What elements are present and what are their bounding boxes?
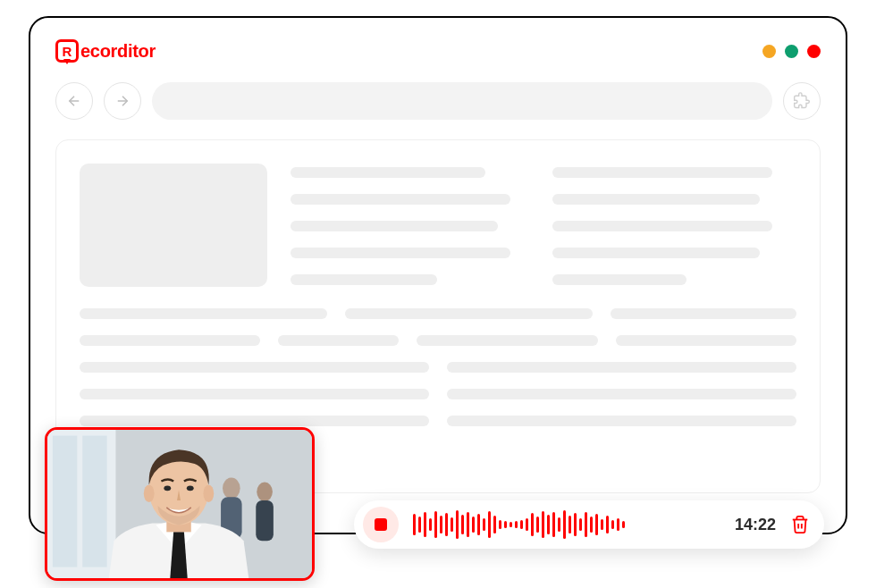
- text-placeholder: [291, 248, 510, 258]
- logo-text: ecorditor: [80, 41, 156, 62]
- webcam-overlay[interactable]: [45, 427, 315, 581]
- text-placeholder: [447, 389, 796, 399]
- text-placeholder: [552, 194, 760, 205]
- forward-button[interactable]: [104, 82, 141, 120]
- text-placeholder: [80, 362, 429, 373]
- close-button[interactable]: [807, 45, 821, 58]
- arrow-right-icon: [114, 93, 131, 109]
- recording-bar: 14:22: [354, 500, 824, 549]
- browser-toolbar: [55, 82, 821, 120]
- window-controls: [762, 45, 821, 58]
- svg-point-14: [164, 485, 171, 491]
- puzzle-icon: [793, 92, 811, 110]
- svg-rect-5: [82, 436, 106, 567]
- back-button[interactable]: [55, 82, 93, 120]
- text-placeholder: [291, 274, 437, 285]
- svg-point-15: [187, 485, 194, 491]
- stop-recording-button[interactable]: [363, 507, 399, 542]
- text-placeholder: [80, 416, 429, 426]
- text-placeholder: [611, 308, 796, 319]
- address-bar[interactable]: [152, 82, 772, 120]
- logo-letter: R: [63, 45, 72, 58]
- svg-rect-9: [256, 500, 274, 541]
- text-placeholder: [80, 335, 260, 346]
- svg-point-6: [223, 478, 240, 500]
- text-placeholder: [291, 221, 498, 231]
- text-placeholder: [552, 248, 760, 258]
- text-placeholder: [291, 167, 485, 178]
- text-placeholder: [616, 335, 796, 346]
- stop-icon: [375, 518, 387, 531]
- text-placeholder: [345, 308, 593, 319]
- delete-recording-button[interactable]: [790, 515, 810, 534]
- text-placeholder: [291, 194, 510, 205]
- audio-waveform: [413, 509, 720, 540]
- logo-mark-icon: R: [55, 39, 79, 63]
- text-placeholder: [447, 362, 796, 373]
- text-placeholder: [80, 389, 429, 399]
- minimize-button[interactable]: [762, 45, 776, 58]
- extension-button[interactable]: [783, 82, 821, 120]
- maximize-button[interactable]: [785, 45, 798, 58]
- text-placeholder: [552, 167, 772, 178]
- app-logo: R ecorditor: [55, 39, 156, 63]
- thumbnail-placeholder: [80, 164, 267, 287]
- webcam-feed-icon: [47, 430, 312, 578]
- text-placeholder: [552, 221, 772, 231]
- text-placeholder: [278, 335, 399, 346]
- arrow-left-icon: [66, 93, 82, 109]
- svg-point-13: [203, 484, 214, 502]
- text-placeholder: [447, 416, 796, 426]
- svg-point-8: [257, 482, 273, 501]
- text-placeholder: [80, 308, 327, 319]
- recording-duration: 14:22: [735, 516, 776, 534]
- svg-point-12: [144, 484, 155, 502]
- text-placeholder: [552, 274, 686, 285]
- svg-rect-4: [53, 436, 77, 567]
- trash-icon: [790, 515, 810, 534]
- text-placeholder: [417, 335, 597, 346]
- title-bar: R ecorditor: [55, 39, 821, 63]
